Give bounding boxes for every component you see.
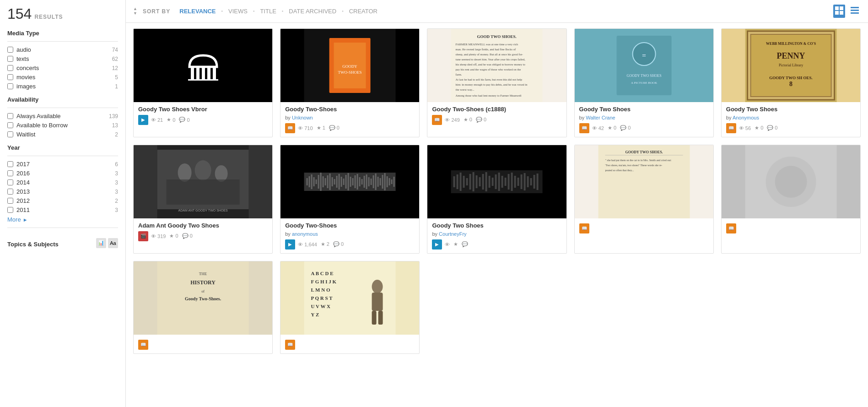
filter-movies[interactable]: movies 5 [7,74,118,81]
creator-link-5[interactable]: Anonymous [733,115,759,120]
topics-chart-icon[interactable]: 📊 [96,238,106,248]
result-card-10[interactable]: 📖 [721,145,861,254]
creator-link-4[interactable]: Walter Crane [586,115,615,120]
card-creator-4: by Walter Crane [579,115,709,120]
svg-rect-96 [457,174,458,189]
stat-views-7: 👁 1,644 [298,242,317,247]
filter-2012-checkbox[interactable] [7,198,13,204]
filter-waitlist[interactable]: Waitlist 2 [7,131,118,138]
filter-always-available[interactable]: Always Available 139 [7,113,118,119]
filter-concerts[interactable]: concerts 12 [7,65,118,71]
sort-views[interactable]: VIEWS [226,8,249,15]
result-card-9[interactable]: GOODY TWO SHOES. " she had put them on t… [574,145,714,254]
card-body-10: 📖 [722,218,860,253]
sort-title[interactable]: TITLE [258,8,278,15]
card-title-4: Goody Two Shoes [579,106,709,114]
svg-rect-77 [359,177,361,186]
svg-rect-119 [530,178,532,185]
filter-2012[interactable]: 2012 2 [7,197,118,204]
result-card-2[interactable]: GOODY TWO-SHOES Goody Two-Shoes by Unkno… [280,28,420,137]
stat-comments-1: 💬 0 [179,117,189,123]
filter-2014[interactable]: 2014 3 [7,179,118,186]
filter-2013[interactable]: 2013 3 [7,188,118,195]
filter-2017-checkbox[interactable] [7,161,13,167]
card-thumb-3: GOOD TWO SHOES. FARMER MEANWELL was at o… [427,29,566,102]
result-card-7[interactable]: Goody Two-Shoes by anonymous ▶ 👁 1,644 ★… [280,145,420,254]
stat-stars-4: ★ 0 [608,125,616,131]
svg-rect-2 [835,11,839,15]
result-card-5[interactable]: WEBB MILLINGTON & CO'S PENNY Pictorial L… [721,28,861,137]
svg-rect-118 [527,176,529,187]
svg-rect-100 [469,174,471,190]
filter-always-available-checkbox[interactable] [7,113,13,119]
filter-2016[interactable]: 2016 3 [7,170,118,177]
filter-texts[interactable]: texts 62 [7,55,118,62]
filter-available-borrow[interactable]: Available to Borrow 13 [7,122,118,129]
card-creator-8: by CourtneyFry [432,231,561,237]
card-thumb-8 [427,145,566,218]
card-thumb-4: ⚌ GOODY TWO SHOES A PICTURE BOOK [575,29,713,102]
filter-2011-checkbox[interactable] [7,207,13,213]
svg-point-130 [775,166,807,198]
creator-link-7[interactable]: anonymous [292,231,318,237]
filter-waitlist-checkbox[interactable] [7,131,13,137]
svg-rect-69 [341,177,342,187]
filter-2011-label: 2011 [16,206,112,213]
result-card-12[interactable]: A B C D E F G H I J K L M N O P Q R S T … [280,261,420,354]
creator-link-8[interactable]: CourtneyFry [439,231,467,237]
filter-texts-checkbox[interactable] [7,56,13,62]
result-card-3[interactable]: GOOD TWO SHOES. FARMER MEANWELL was at o… [427,28,566,137]
media-type-divider [7,41,118,42]
card-stats-3: 📖 👁 249 ★ 0 💬 0 [432,115,561,125]
sort-creator[interactable]: CREATOR [347,8,379,15]
more-button[interactable]: More ► [7,216,118,223]
card-thumb-2: GOODY TWO-SHOES [280,29,419,102]
svg-rect-82 [371,179,372,185]
filter-audio-checkbox[interactable] [7,47,13,53]
svg-text:Y Z: Y Z [311,312,319,317]
list-view-button[interactable] [849,5,861,18]
result-card-6[interactable]: ADAM ANT GOODY TWO SHOES Adam Ant Goody … [133,145,273,254]
result-card-11[interactable]: THE HISTORY of Goody Two-Shoes. 📖 [133,261,273,354]
year-filters: 2017 6 2016 3 2014 3 2013 3 2012 2 [7,161,118,213]
filter-images-label: images [16,83,112,90]
result-card-8[interactable]: Goody Two Shoes by CourtneyFry ▶ 👁 ★ 💬 [427,145,566,254]
result-card-1[interactable]: Goody Two Shoes Vbror ▶ 👁 21 ★ 0 💬 0 [133,28,273,137]
result-card-4[interactable]: ⚌ GOODY TWO SHOES A PICTURE BOOK Goody T… [574,28,714,137]
card-type-icon-9: 📖 [579,223,589,233]
card-stats-12: 📖 [285,340,415,350]
creator-link-2[interactable]: Unknown [292,115,313,120]
card-body-3: Goody Two-Shoes (c1888) 📖 👁 249 ★ 0 💬 0 [427,102,566,137]
card-body-6: Adam Ant Goody Two Shoes 🎬 👁 319 ★ 0 💬 0 [134,218,272,253]
filter-movies-checkbox[interactable] [7,74,13,80]
svg-point-48 [195,160,211,180]
filter-images-checkbox[interactable] [7,83,13,89]
card-thumb-6: ADAM ANT GOODY TWO SHOES [134,145,272,218]
sort-date-archived[interactable]: DATE ARCHIVED [287,8,338,15]
svg-rect-120 [534,175,535,189]
filter-2011[interactable]: 2011 3 [7,206,118,213]
filter-2016-checkbox[interactable] [7,170,13,176]
svg-rect-58 [316,179,317,184]
topics-text-icon[interactable]: Aa [108,238,118,248]
filter-available-borrow-checkbox[interactable] [7,122,13,128]
stat-views-4: 👁 42 [592,125,604,131]
card-thumb-7 [280,145,419,218]
filter-concerts-checkbox[interactable] [7,65,13,71]
svg-rect-87 [382,175,383,189]
filter-waitlist-count: 2 [115,131,118,138]
sort-relevance[interactable]: RELEVANCE [178,8,217,15]
filter-available-borrow-label: Available to Borrow [16,122,109,129]
grid-view-button[interactable] [833,5,845,18]
filter-images[interactable]: images 1 [7,83,118,90]
card-creator-2: by Unknown [285,115,415,120]
svg-text:pay his rent and the wages of : pay his rent and the wages of those who … [456,68,521,71]
svg-rect-12 [188,79,218,81]
filter-2017[interactable]: 2017 6 [7,161,118,168]
filter-2013-checkbox[interactable] [7,189,13,195]
filter-audio[interactable]: audio 74 [7,46,118,53]
card-stats-2: 📖 👁 710 ★ 1 💬 0 [285,123,415,133]
filter-2014-checkbox[interactable] [7,179,13,185]
sort-arrows-icon: ▲ ▼ [133,7,137,16]
grid-view-icon [835,9,843,16]
